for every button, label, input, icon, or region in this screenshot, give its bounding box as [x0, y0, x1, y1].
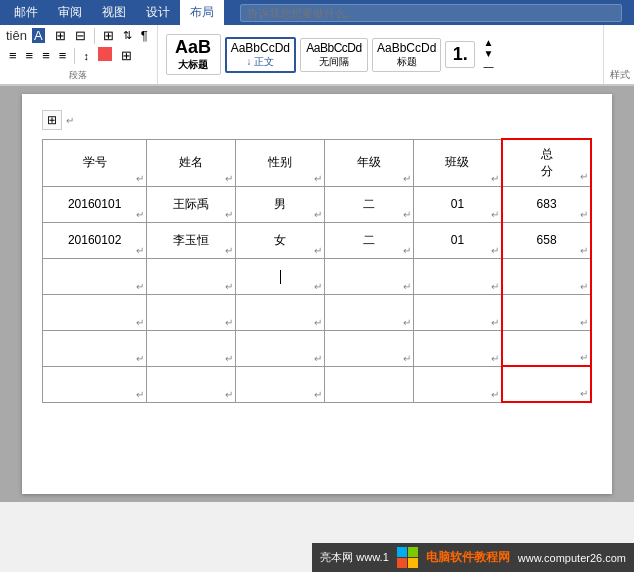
table-header-row: 学号↵ 姓名↵ 性别↵ 年级↵ 班级↵ 总分↵ — [43, 139, 592, 186]
style-heading1-label: 1. — [450, 44, 470, 65]
align-right-btn[interactable]: ≡ — [39, 47, 53, 64]
cell-nianji-6[interactable] — [324, 366, 413, 402]
tab-mail[interactable]: 邮件 — [4, 0, 48, 25]
table-row: 20160101↵ 王际禹↵ 男↵ 二↵ 01↵ 683↵ — [43, 186, 592, 222]
doc-page: ⊞ ↵ 学号↵ 姓名↵ 性别↵ 年级↵ 班级↵ — [22, 94, 612, 494]
cell-xingming-3[interactable]: ↵ — [147, 258, 236, 294]
text-icon: A — [32, 28, 45, 43]
ribbon-toolbar: tiên A ⊞ ⊟ ⊞ ⇅ ¶ ≡ ≡ ≡ ≡ ↕ ⊞ 段 — [0, 25, 634, 85]
cell-xingming-4[interactable]: ↵ — [147, 294, 236, 330]
style-biaozhun[interactable]: AaBbCcDd 标题 — [372, 38, 441, 72]
cell-banji-4[interactable]: ↵ — [413, 294, 502, 330]
cell-xingbie-1[interactable]: 男↵ — [236, 186, 325, 222]
decrease-indent-btn[interactable]: ⊟ — [72, 27, 89, 44]
cell-xuehao-1[interactable]: 20160101↵ — [43, 186, 147, 222]
style-wujian-label: 无间隔 — [305, 55, 363, 69]
cell-xingbie-2[interactable]: 女↵ — [236, 222, 325, 258]
cell-xuehao-6[interactable]: ↵ — [43, 366, 147, 402]
cell-zongfen-6[interactable]: ↵ — [502, 366, 591, 402]
cell-xuehao-2[interactable]: 20160102↵ — [43, 222, 147, 258]
styles-group-label: 样式 — [610, 68, 630, 82]
line-spacing-btn[interactable]: ↕ — [80, 49, 92, 63]
table-row: ↵ ↵ ↵ ↵ ↵ ↵ — [43, 294, 592, 330]
cell-xingbie-5[interactable]: ↵ — [236, 330, 325, 366]
win-tile-4 — [408, 558, 418, 568]
cell-banji-2[interactable]: 01↵ — [413, 222, 502, 258]
style-heading1[interactable]: 1. — [445, 41, 475, 68]
cell-xuehao-5[interactable]: ↵ — [43, 330, 147, 366]
font-row-2: ≡ ≡ ≡ ≡ ↕ ⊞ — [6, 46, 151, 65]
cell-zongfen-5[interactable]: ↵ — [502, 330, 591, 366]
ribbon-search-input[interactable] — [240, 4, 622, 22]
ribbon-tab-bar: 邮件 审阅 视图 设计 布局 — [0, 0, 634, 25]
cell-nianji-2[interactable]: 二↵ — [324, 222, 413, 258]
cell-nianji-1[interactable]: 二↵ — [324, 186, 413, 222]
sort-btn[interactable]: ⇅ — [120, 28, 135, 43]
cell-xingbie-4[interactable]: ↵ — [236, 294, 325, 330]
style-zhengwen[interactable]: AaBbCcDd ↓ 正文 — [225, 37, 296, 73]
styles-expand-btn[interactable]: ▲ ▼ — — [483, 37, 493, 72]
multilevel-list-btn[interactable]: ⊞ — [100, 27, 117, 44]
col-header-zongfen: 总分↵ — [502, 139, 591, 186]
tiwen-icon: tiên — [6, 28, 27, 43]
watermark-site: 亮本网 www.1 — [320, 550, 388, 565]
win-tile-3 — [397, 558, 407, 568]
col-header-xingbie: 性别↵ — [236, 139, 325, 186]
cell-xingming-1[interactable]: 王际禹↵ — [147, 186, 236, 222]
cell-banji-5[interactable]: ↵ — [413, 330, 502, 366]
table-row: ↵ ↵ ↵ ↵ ↵ — [43, 366, 592, 402]
col-header-nianji: 年级↵ — [324, 139, 413, 186]
cell-nianji-5[interactable]: ↵ — [324, 330, 413, 366]
doc-toolbar-line: ⊞ ↵ — [42, 110, 592, 130]
borders-btn[interactable]: ⊞ — [118, 47, 135, 64]
justify-btn[interactable]: ≡ — [56, 47, 70, 64]
shading-btn[interactable] — [95, 46, 115, 65]
font-group: tiên A ⊞ ⊟ ⊞ ⇅ ¶ ≡ ≡ ≡ ≡ ↕ ⊞ 段 — [0, 25, 158, 84]
cell-banji-1[interactable]: 01↵ — [413, 186, 502, 222]
table-row: ↵ ↵ ↵ ↵ ↵ ↵ — [43, 330, 592, 366]
cell-xuehao-4[interactable]: ↵ — [43, 294, 147, 330]
increase-indent-btn[interactable]: ⊞ — [52, 27, 69, 44]
style-wujian[interactable]: AaBbCcDd 无间隔 — [300, 38, 368, 72]
tab-review[interactable]: 审阅 — [48, 0, 92, 25]
cell-zongfen-1[interactable]: 683↵ — [502, 186, 591, 222]
cell-xingming-6[interactable]: ↵ — [147, 366, 236, 402]
cell-xingbie-3[interactable]: ↵ — [236, 258, 325, 294]
col-header-xingming: 姓名↵ — [147, 139, 236, 186]
tab-design[interactable]: 设计 — [136, 0, 180, 25]
doc-area: ⊞ ↵ 学号↵ 姓名↵ 性别↵ 年级↵ 班级↵ — [0, 86, 634, 502]
cell-zongfen-3[interactable]: ↵ — [502, 258, 591, 294]
styles-section: AaB 大标题 AaBbCcDd ↓ 正文 AaBbCcDd 无间隔 AaBbC… — [158, 25, 603, 84]
cell-banji-3[interactable]: ↵ — [413, 258, 502, 294]
style-dati-label: 大标题 — [173, 58, 214, 72]
windows-logo — [397, 547, 418, 568]
data-table: 学号↵ 姓名↵ 性别↵ 年级↵ 班级↵ 总分↵ — [42, 138, 592, 403]
cell-xuehao-3[interactable]: ↵ — [43, 258, 147, 294]
tab-layout[interactable]: 布局 — [180, 0, 224, 25]
win-tile-2 — [408, 547, 418, 557]
style-dati[interactable]: AaB 大标题 — [166, 34, 221, 75]
styles-label-section: 样式 — [603, 25, 634, 84]
table-row: 20160102↵ 李玉恒↵ 女↵ 二↵ 01↵ 658↵ — [43, 222, 592, 258]
watermark-url: www.computer26.com — [518, 552, 626, 564]
cell-nianji-4[interactable]: ↵ — [324, 294, 413, 330]
font-row-1: tiên A ⊞ ⊟ ⊞ ⇅ ¶ — [6, 27, 151, 44]
watermark-brand: 电脑软件教程网 — [426, 549, 510, 566]
cell-xingming-5[interactable]: ↵ — [147, 330, 236, 366]
cell-xingbie-6[interactable]: ↵ — [236, 366, 325, 402]
col-header-xuehao: 学号↵ — [43, 139, 147, 186]
paragraph-group-label: 段落 — [6, 69, 151, 82]
align-center-btn[interactable]: ≡ — [23, 47, 37, 64]
add-table-btn[interactable]: ⊞ — [42, 110, 62, 130]
cell-banji-6[interactable]: ↵ — [413, 366, 502, 402]
table-row: ↵ ↵ ↵ ↵ ↵ ↵ — [43, 258, 592, 294]
col-header-banji: 班级↵ — [413, 139, 502, 186]
cell-nianji-3[interactable]: ↵ — [324, 258, 413, 294]
style-zhengwen-label: 正文 — [254, 56, 274, 67]
show-marks-btn[interactable]: ¶ — [138, 27, 151, 44]
align-left-btn[interactable]: ≡ — [6, 47, 20, 64]
cell-zongfen-2[interactable]: 658↵ — [502, 222, 591, 258]
tab-view[interactable]: 视图 — [92, 0, 136, 25]
cell-xingming-2[interactable]: 李玉恒↵ — [147, 222, 236, 258]
cell-zongfen-4[interactable]: ↵ — [502, 294, 591, 330]
